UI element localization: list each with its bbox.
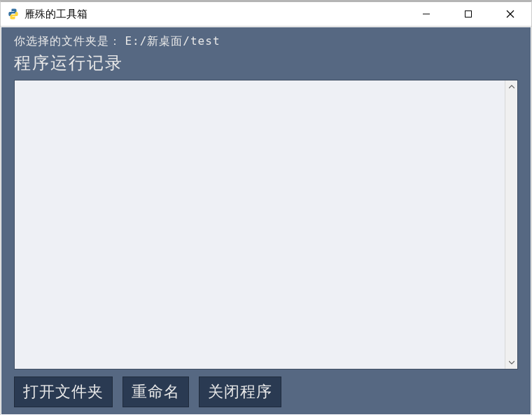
log-title: 程序运行记录 <box>14 52 518 74</box>
log-textarea[interactable] <box>15 80 505 369</box>
close-program-button[interactable]: 关闭程序 <box>199 377 281 407</box>
open-folder-button[interactable]: 打开文件夹 <box>14 377 113 407</box>
svg-rect-3 <box>465 11 472 17</box>
maximize-button[interactable] <box>447 2 489 26</box>
window-title: 雁殊的工具箱 <box>24 8 88 21</box>
rename-button[interactable]: 重命名 <box>122 377 189 407</box>
client-area: 你选择的文件夹是： E:/新桌面/test 程序运行记录 打开文件夹 重命名 关… <box>1 27 531 414</box>
close-button[interactable] <box>489 2 531 26</box>
folder-label: 你选择的文件夹是： <box>14 35 121 47</box>
scroll-down-arrow[interactable] <box>505 356 517 369</box>
minimize-button[interactable] <box>405 2 447 26</box>
folder-path: E:/新桌面/test <box>125 34 220 48</box>
title-bar: 雁殊的工具箱 <box>1 2 531 27</box>
selected-folder-line: 你选择的文件夹是： E:/新桌面/test <box>14 34 518 49</box>
app-icon <box>6 7 20 21</box>
log-scrollbar[interactable] <box>505 80 517 369</box>
scroll-up-arrow[interactable] <box>505 80 517 93</box>
svg-point-0 <box>11 10 12 10</box>
button-row: 打开文件夹 重命名 关闭程序 <box>14 377 518 407</box>
log-panel <box>14 80 518 370</box>
svg-point-1 <box>15 17 15 18</box>
